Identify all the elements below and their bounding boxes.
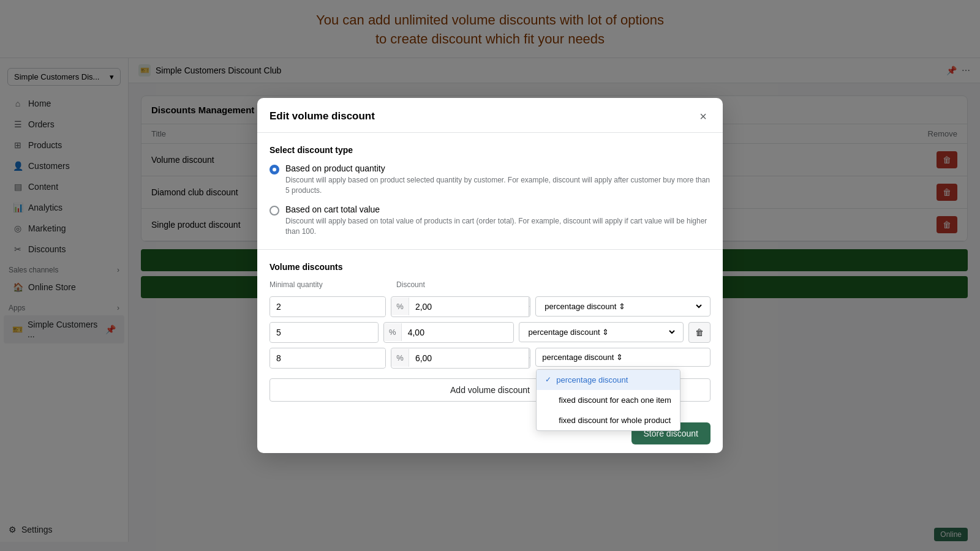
discount-type-section: Select discount type Based on product qu… <box>257 133 723 249</box>
vol-row-1: ▲ ▼ % ▲ ▼ percentage discount ⇕ fixed d <box>270 296 710 317</box>
qty-input-3[interactable]: ▲ ▼ <box>270 348 386 369</box>
type-select-2[interactable]: percentage discount ⇕ fixed discount for… <box>519 322 684 342</box>
modal-close-button[interactable]: × <box>696 109 710 124</box>
dropdown-item-percentage[interactable]: ✓ percentage discount <box>537 370 680 390</box>
discount-spinner-3: ▲ ▼ <box>529 348 530 368</box>
check-mark-icon: ✓ <box>545 375 551 384</box>
qty-input-2[interactable]: ▲ ▼ <box>270 322 379 343</box>
qty-input-1[interactable]: ▲ ▼ <box>270 296 386 317</box>
type-dropdown-2[interactable]: percentage discount ⇕ fixed discount for… <box>526 327 677 337</box>
edit-volume-discount-modal: Edit volume discount × Select discount t… <box>257 98 723 452</box>
dropdown-item-fixed-each[interactable]: fixed discount for each one item <box>537 390 680 410</box>
radio-label-2: Based on cart total value <box>285 204 710 214</box>
discount-prefix-1: % <box>391 298 409 315</box>
radio-circle-2 <box>270 206 279 216</box>
discount-prefix-2: % <box>384 323 402 341</box>
qty-field-3[interactable] <box>270 349 386 367</box>
vol-row-3: ▲ ▼ % ▲ ▼ percentage discount ⇕ <box>270 348 710 369</box>
type-select-3[interactable]: percentage discount ⇕ ✓ percentage disco… <box>535 348 710 367</box>
dropdown-label-1: fixed discount for each one item <box>559 395 671 405</box>
type-dropdown-menu: ✓ percentage discount fixed discount for… <box>536 369 680 431</box>
qty-field-2[interactable] <box>270 323 379 342</box>
dropdown-label-0: percentage discount <box>556 375 628 384</box>
dropdown-item-fixed-whole[interactable]: fixed discount for whole product <box>537 410 680 430</box>
discount-down-3[interactable]: ▼ <box>529 358 530 368</box>
discount-type-title: Select discount type <box>270 145 710 155</box>
vol-section-title: Volume discounts <box>270 262 710 272</box>
delete-row-2-button[interactable]: 🗑 <box>688 322 710 343</box>
modal-title: Edit volume discount <box>270 110 375 122</box>
volume-discounts-section: Volume discounts Minimal quantity Discou… <box>257 250 723 414</box>
discount-down-1[interactable]: ▼ <box>529 307 530 317</box>
discount-input-3[interactable]: % ▲ ▼ <box>391 348 530 369</box>
radio-circle-1 <box>270 165 279 174</box>
discount-up-1[interactable]: ▲ <box>529 297 530 307</box>
modal-overlay: Edit volume discount × Select discount t… <box>0 0 980 542</box>
discount-up-3[interactable]: ▲ <box>529 348 530 358</box>
type-select-value-3: percentage discount ⇕ <box>542 353 623 362</box>
discount-col-label: Discount <box>396 280 537 289</box>
type-select-1[interactable]: percentage discount ⇕ fixed discount for… <box>535 296 710 317</box>
type-dropdown-1[interactable]: percentage discount ⇕ fixed discount for… <box>542 301 704 312</box>
discount-input-2[interactable]: % ▲ ▼ <box>383 322 514 343</box>
vol-row-2: ▲ ▼ % ▲ ▼ percentage discount ⇕ fixed d <box>270 322 710 343</box>
discount-field-2[interactable] <box>402 323 514 342</box>
radio-label-1: Based on product quantity <box>285 163 710 173</box>
radio-option-product-qty[interactable]: Based on product quantity Discount will … <box>270 163 710 196</box>
dropdown-label-2: fixed discount for whole product <box>559 416 671 425</box>
discount-spinner-1: ▲ ▼ <box>529 297 530 317</box>
discount-field-1[interactable] <box>409 298 529 316</box>
discount-prefix-3: % <box>391 349 409 367</box>
radio-desc-2: Discount will apply based on total value… <box>285 216 710 237</box>
discount-input-1[interactable]: % ▲ ▼ <box>391 296 530 317</box>
radio-option-cart-total[interactable]: Based on cart total value Discount will … <box>270 204 710 237</box>
modal-header: Edit volume discount × <box>257 98 723 133</box>
vol-header-row: Minimal quantity Discount <box>270 280 710 291</box>
qty-field-1[interactable] <box>270 298 386 316</box>
discount-field-3[interactable] <box>409 349 529 367</box>
min-qty-col-label: Minimal quantity <box>270 280 386 289</box>
radio-desc-1: Discount will apply based on product sel… <box>285 175 710 196</box>
